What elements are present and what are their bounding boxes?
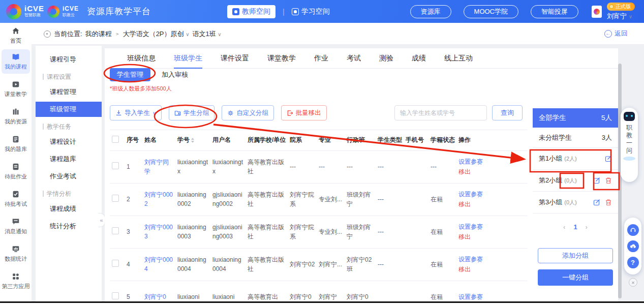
remove-link[interactable]: 移出 bbox=[458, 265, 489, 274]
row-checkbox[interactable] bbox=[112, 292, 119, 299]
delete-group-icon[interactable] bbox=[605, 177, 612, 184]
row-checkbox[interactable] bbox=[112, 195, 119, 202]
rail-item-statistics[interactable]: 数据统计 bbox=[2, 241, 30, 266]
subtab-join-review[interactable]: 加入审核 bbox=[162, 70, 188, 79]
add-group-button[interactable]: 添加分组 bbox=[538, 248, 613, 263]
student-name-link[interactable]: 刘宵宁0003 bbox=[144, 220, 174, 244]
custom-grouping-button[interactable]: 自定义分组 bbox=[222, 105, 274, 120]
menu-item-course-question-bank[interactable]: 课程题库 bbox=[36, 151, 102, 167]
tab-classroom-teaching[interactable]: 课堂教学 bbox=[267, 48, 296, 69]
close-floaters-icon[interactable]: × bbox=[629, 278, 637, 287]
scrollbar-thumb[interactable] bbox=[618, 64, 622, 298]
tab-exam[interactable]: 考试 bbox=[347, 48, 361, 69]
cloud-download-icon[interactable] bbox=[627, 240, 639, 252]
group-ungrouped-students[interactable]: 未分组学生 3人 bbox=[533, 128, 618, 148]
group-count: (2人) bbox=[564, 156, 576, 162]
menu-item-course-grades[interactable]: 课程成绩 bbox=[36, 201, 102, 217]
student-grouping-button[interactable]: 学生分组 bbox=[169, 105, 214, 120]
menu-item-course-guide[interactable]: 课程引导 bbox=[36, 52, 102, 67]
remove-link[interactable]: 移出 bbox=[458, 167, 489, 177]
group-row-1[interactable]: 第1小组(2人) bbox=[533, 148, 618, 170]
menu-item-course-design[interactable]: 课程设计 bbox=[36, 134, 102, 149]
user-menu[interactable]: 刘宵宁 ∨ bbox=[607, 12, 632, 21]
group-count: (0人) bbox=[564, 177, 576, 183]
row-checkbox[interactable] bbox=[112, 260, 119, 267]
tab-courseware-settings[interactable]: 课件设置 bbox=[221, 48, 249, 69]
current-page: 1 bbox=[573, 223, 577, 231]
batch-remove-button[interactable]: 批量移出 bbox=[281, 105, 327, 120]
app-window: iCVE 智慧职教 iCVE 职教云 资源库教学平台 教师空间 | 学习空间 资… bbox=[0, 0, 644, 306]
set-contest-link[interactable]: 设置参赛 bbox=[458, 222, 489, 232]
set-contest-link[interactable]: 设置参赛 bbox=[458, 190, 489, 199]
edit-group-icon[interactable] bbox=[593, 199, 600, 206]
row-checkbox[interactable] bbox=[112, 227, 119, 234]
rail-item-pending-homework[interactable]: 待批作业 bbox=[2, 159, 30, 183]
menu-item-homework-exam[interactable]: 作业考试 bbox=[36, 169, 102, 184]
tab-homework[interactable]: 作业 bbox=[314, 48, 328, 69]
rail-item-home[interactable]: 首页 bbox=[2, 26, 30, 45]
menu-collapse-handle[interactable]: « bbox=[98, 213, 105, 227]
rail-item-my-courses[interactable]: 我的课程 bbox=[2, 49, 30, 74]
resource-library-button[interactable]: 资源库 bbox=[410, 5, 451, 18]
select-all-checkbox[interactable] bbox=[112, 136, 119, 143]
back-button[interactable]: ← 返回 bbox=[604, 29, 628, 38]
assistant-widget[interactable]: 职教一问 bbox=[621, 108, 638, 182]
group-row-2[interactable]: 第2小组(0人) bbox=[533, 170, 618, 192]
header-pill-buttons: 资源库 MOOC学院 智能投屏 bbox=[410, 5, 578, 18]
table-row: 3 刘宵宁0003 liuxiaoning0003 gjsliuxiaoning… bbox=[110, 216, 528, 249]
subtab-student-management[interactable]: 学生管理 bbox=[110, 68, 150, 81]
breadcrumb-bar: 当前位置: 我的课程 ＞ 大学语文（2P）原创 ∨ 语文1班 ∨ ← 返回 bbox=[0, 23, 644, 45]
tab-grades[interactable]: 成绩 bbox=[412, 48, 426, 69]
tab-online-interaction[interactable]: 线上互动 bbox=[444, 48, 473, 69]
tab-quiz[interactable]: 测验 bbox=[379, 48, 393, 69]
edit-group-icon[interactable] bbox=[605, 155, 612, 162]
rail-item-messages[interactable]: 消息通知 bbox=[2, 214, 30, 238]
remove-link[interactable]: 移出 bbox=[458, 232, 489, 242]
prev-page-icon[interactable]: ‹ bbox=[563, 223, 565, 231]
group-row-3[interactable]: 第3小组(0人) bbox=[533, 192, 618, 213]
rail-item-question-bank[interactable]: 我的题库 bbox=[2, 132, 30, 156]
class-caret-icon: ∨ bbox=[218, 32, 221, 37]
set-contest-link[interactable]: 设置参赛 bbox=[458, 255, 489, 264]
learning-space-button[interactable]: 学习空间 bbox=[292, 7, 330, 16]
smart-cast-button[interactable]: 智能投屏 bbox=[531, 5, 578, 18]
student-name-link[interactable]: 刘宵宁0004 bbox=[144, 253, 174, 277]
set-contest-link[interactable]: 设置参赛 bbox=[458, 292, 489, 301]
customer-service-icon[interactable] bbox=[627, 224, 639, 236]
left-rail: 首页 我的课程 课堂教学 我的资源 我的题库 待批作业 待批考试 消息通知 bbox=[0, 23, 32, 301]
table-row: 1 刘宵宁同学 liuxiaoningtx liuxiaoningtx 高等教育… bbox=[110, 151, 528, 183]
breadcrumb-course-dropdown[interactable]: 大学语文（2P）原创 ∨ bbox=[123, 29, 190, 39]
student-search-input[interactable] bbox=[394, 105, 487, 120]
set-contest-link[interactable]: 设置参赛 bbox=[458, 157, 489, 167]
menu-item-class-management[interactable]: 班级管理 bbox=[36, 102, 102, 117]
edit-group-icon[interactable] bbox=[593, 177, 600, 184]
rail-item-classroom[interactable]: 课堂教学 bbox=[2, 77, 30, 101]
one-click-group-button[interactable]: 一键分组 bbox=[538, 269, 613, 286]
rail-item-pending-exams[interactable]: 待批考试 bbox=[2, 187, 30, 211]
student-name-link[interactable]: 刘宵宁0002 bbox=[144, 188, 174, 211]
menu-item-statistical-analysis[interactable]: 统计分析 bbox=[36, 219, 102, 234]
subtabs: 学生管理 加入审核 bbox=[105, 67, 618, 83]
tab-class-info[interactable]: 班级信息 bbox=[127, 48, 156, 69]
rail-item-resources[interactable]: 我的资源 bbox=[2, 104, 30, 129]
group-all-students[interactable]: 全部学生 5人 bbox=[533, 108, 618, 128]
cert-doc-icon[interactable] bbox=[592, 6, 602, 18]
mooc-academy-button[interactable]: MOOC学院 bbox=[464, 5, 518, 18]
student-name-link[interactable]: 刘宵宁同学 bbox=[144, 155, 174, 179]
breadcrumb-my-courses[interactable]: 我的课程 bbox=[85, 29, 112, 39]
delete-group-icon[interactable] bbox=[605, 199, 612, 206]
home-icon bbox=[11, 26, 20, 36]
query-button[interactable]: 查询 bbox=[492, 105, 523, 120]
breadcrumb-class-dropdown[interactable]: 语文1班 ∨ bbox=[192, 29, 221, 39]
student-name-link[interactable]: 刘宵宁0 bbox=[144, 290, 174, 301]
tab-class-students[interactable]: 班级学生 bbox=[174, 48, 202, 69]
sort-icon[interactable] bbox=[191, 138, 194, 143]
teacher-space-button[interactable]: 教师空间 bbox=[227, 5, 275, 18]
import-students-button[interactable]: 导入学生 ∨ bbox=[110, 105, 162, 120]
row-checkbox[interactable] bbox=[112, 162, 119, 169]
rail-item-third-party[interactable]: 第三方应用 bbox=[2, 269, 30, 293]
next-page-icon[interactable]: › bbox=[586, 223, 588, 231]
remove-link[interactable]: 移出 bbox=[458, 200, 489, 209]
help-question-icon[interactable]: ? bbox=[627, 257, 639, 268]
menu-item-course-management[interactable]: 课程管理 bbox=[36, 84, 102, 100]
